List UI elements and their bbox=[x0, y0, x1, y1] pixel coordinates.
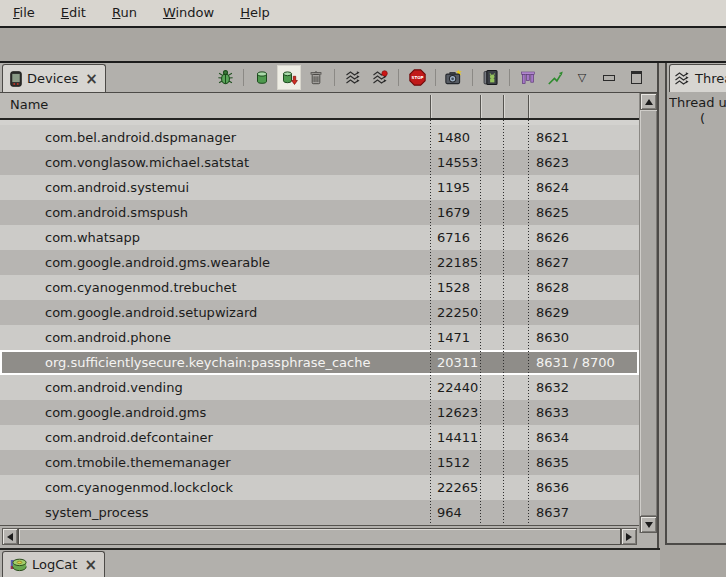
device-client-row[interactable]: com.android.smspush16798625 bbox=[0, 200, 639, 225]
device-client-row[interactable]: com.cyanogenmod.trebuchet15288628 bbox=[0, 275, 639, 300]
column-grid-line bbox=[503, 120, 504, 525]
device-android-icon bbox=[483, 69, 500, 86]
device-client-row[interactable]: system_process9648637 bbox=[0, 500, 639, 525]
logcat-bar: LogCat × bbox=[0, 548, 660, 577]
method-profiling-button[interactable] bbox=[369, 66, 391, 89]
camera-icon bbox=[445, 69, 463, 86]
device-client-row[interactable]: com.cyanogenmod.lockclock222658636 bbox=[0, 475, 639, 500]
menu-run[interactable]: Run bbox=[99, 1, 150, 25]
threads-message-line2: ( bbox=[669, 111, 726, 127]
client-name: com.android.vending bbox=[0, 380, 430, 395]
menu-help[interactable]: Help bbox=[227, 1, 283, 25]
vertical-scrollbar[interactable] bbox=[639, 93, 657, 533]
threads-zigzag-icon bbox=[345, 70, 361, 86]
client-port: 8628 bbox=[528, 280, 639, 295]
maximize-button[interactable] bbox=[625, 66, 647, 89]
close-icon[interactable]: × bbox=[85, 73, 98, 85]
arrow-up-icon bbox=[645, 99, 653, 105]
client-name: com.bel.android.dspmanager bbox=[0, 130, 430, 145]
tab-devices-label: Devices bbox=[27, 71, 78, 86]
menu-edit[interactable]: Edit bbox=[48, 1, 99, 25]
threads-panel: Threads Thread up ( bbox=[665, 63, 726, 545]
threads-tabbar: Threads bbox=[667, 63, 726, 92]
device-client-row[interactable]: com.android.phone14718630 bbox=[0, 325, 639, 350]
client-pid: 1679 bbox=[430, 205, 480, 220]
tab-logcat[interactable]: LogCat × bbox=[2, 551, 105, 577]
client-port: 8627 bbox=[528, 255, 639, 270]
scroll-up-button[interactable] bbox=[640, 93, 657, 110]
client-pid: 14553 bbox=[430, 155, 480, 170]
device-client-row[interactable]: com.android.vending224408632 bbox=[0, 375, 639, 400]
device-client-row[interactable]: com.google.android.setupwizard222508629 bbox=[0, 300, 639, 325]
menu-bar: FileEditRunWindowHelp bbox=[0, 0, 726, 28]
arrow-down-icon bbox=[645, 522, 653, 528]
scroll-left-button[interactable] bbox=[2, 528, 18, 545]
column-separator[interactable] bbox=[503, 95, 504, 118]
close-icon[interactable]: × bbox=[84, 559, 97, 571]
device-client-row[interactable]: com.vonglasow.michael.satstat145538623 bbox=[0, 150, 639, 175]
client-port: 8635 bbox=[528, 455, 639, 470]
device-client-row[interactable]: com.tmobile.thememanager15128635 bbox=[0, 450, 639, 475]
device-client-row[interactable]: com.bel.android.dspmanager14808621 bbox=[0, 125, 639, 150]
device-client-row[interactable]: com.whatsapp67168626 bbox=[0, 225, 639, 250]
column-separator[interactable] bbox=[480, 95, 481, 118]
scroll-right-button[interactable] bbox=[621, 528, 637, 545]
vertical-scroll-thumb[interactable] bbox=[640, 110, 657, 516]
debug-bug-icon bbox=[217, 69, 234, 86]
client-pid: 20311 bbox=[430, 355, 480, 370]
minimize-button[interactable] bbox=[598, 66, 620, 89]
stop-process-button[interactable]: STOP bbox=[406, 66, 428, 89]
stop-icon: STOP bbox=[409, 69, 426, 86]
device-table-rows: com.bel.android.dspmanager14808621com.vo… bbox=[0, 125, 639, 525]
menu-window[interactable]: Window bbox=[150, 1, 227, 25]
dump-hprof-icon bbox=[281, 69, 298, 86]
main-toolbar-strip bbox=[0, 28, 726, 63]
menu-file[interactable]: File bbox=[0, 1, 48, 25]
client-name: system_process bbox=[0, 505, 430, 520]
client-name: org.sufficientlysecure.keychain:passphra… bbox=[0, 355, 430, 370]
debug-process-button[interactable] bbox=[214, 66, 236, 89]
screen-capture-button[interactable] bbox=[443, 66, 465, 89]
update-heap-button[interactable] bbox=[251, 66, 273, 89]
device-table-body: com.bel.android.dspmanager14808621com.vo… bbox=[0, 120, 639, 526]
client-name: com.android.smspush bbox=[0, 205, 430, 220]
device-client-row[interactable]: com.android.defcontainer144118634 bbox=[0, 425, 639, 450]
threads-zigzag-icon bbox=[674, 71, 690, 87]
client-name: com.google.android.setupwizard bbox=[0, 305, 430, 320]
systrace-button[interactable] bbox=[480, 66, 502, 89]
dump-hprof-button[interactable] bbox=[278, 66, 300, 89]
client-name: com.google.android.gms.wearable bbox=[0, 255, 430, 270]
client-port: 8637 bbox=[528, 505, 639, 520]
tab-threads[interactable]: Threads bbox=[669, 64, 726, 92]
column-separator[interactable] bbox=[528, 95, 529, 118]
update-heap-icon bbox=[254, 69, 270, 86]
horizontal-scrollbar[interactable] bbox=[2, 528, 637, 545]
chevron-down-icon: ▽ bbox=[578, 72, 586, 83]
client-pid: 1471 bbox=[430, 330, 480, 345]
column-separator[interactable] bbox=[430, 95, 431, 118]
devices-panel: Devices × STOP▽ Name com.bel.android.dsp… bbox=[0, 63, 659, 548]
device-client-row[interactable]: com.android.systemui11958624 bbox=[0, 175, 639, 200]
client-port: 8626 bbox=[528, 230, 639, 245]
client-port: 8631 / 8700 bbox=[528, 355, 639, 370]
update-threads-button[interactable] bbox=[342, 66, 364, 89]
client-pid: 1480 bbox=[430, 130, 480, 145]
client-name: com.whatsapp bbox=[0, 230, 430, 245]
client-pid: 22185 bbox=[430, 255, 480, 270]
view-menu-button[interactable]: ▽ bbox=[571, 66, 593, 89]
arrow-left-icon bbox=[7, 533, 13, 541]
device-client-row[interactable]: com.google.android.gms.wearable221858627 bbox=[0, 250, 639, 275]
scroll-down-button[interactable] bbox=[640, 516, 657, 533]
opengl-trace-button[interactable] bbox=[544, 66, 566, 89]
column-header-name[interactable]: Name bbox=[10, 97, 48, 112]
devices-toolbar: STOP▽ bbox=[214, 65, 647, 90]
device-client-row[interactable]: org.sufficientlysecure.keychain:passphra… bbox=[0, 350, 639, 375]
device-client-row[interactable]: com.google.android.gms126238633 bbox=[0, 400, 639, 425]
client-name: com.android.defcontainer bbox=[0, 430, 430, 445]
cause-gc-button[interactable] bbox=[305, 66, 327, 89]
minimize-icon bbox=[603, 75, 615, 81]
horizontal-scroll-thumb[interactable] bbox=[18, 528, 621, 545]
tab-devices[interactable]: Devices × bbox=[2, 64, 106, 92]
view-hierarchy-button[interactable] bbox=[517, 66, 539, 89]
client-pid: 1512 bbox=[430, 455, 480, 470]
